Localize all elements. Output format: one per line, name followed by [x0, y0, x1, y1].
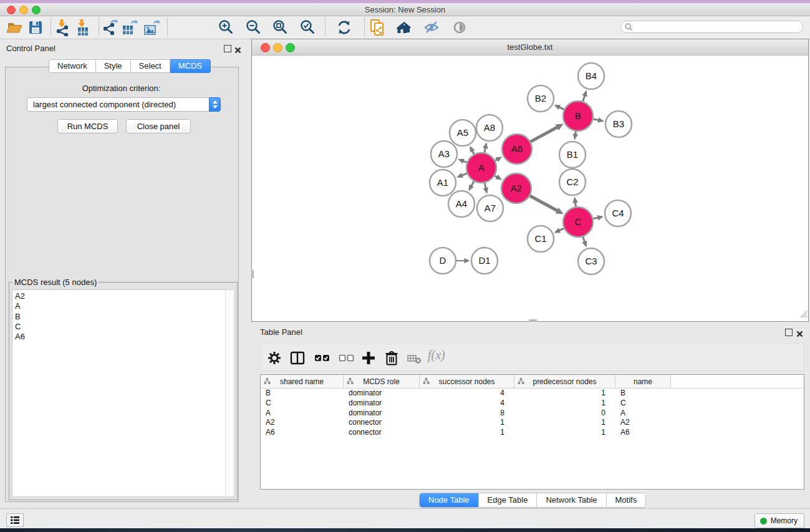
column-header-label: successor nodes	[438, 377, 494, 386]
delete-column-trash-icon[interactable]	[383, 350, 400, 366]
edge-arrowhead	[456, 173, 463, 178]
node-label: A6	[511, 143, 523, 154]
result-item[interactable]: B	[15, 312, 226, 322]
save-session-icon[interactable]	[27, 19, 44, 36]
edge-A-A7[interactable]	[485, 183, 486, 189]
table-row[interactable]: A6connector11A6	[261, 428, 804, 438]
clone-network-icon[interactable]	[369, 19, 386, 36]
edge-arrowhead	[465, 258, 470, 264]
table-row[interactable]: Bdominator41B	[261, 389, 804, 399]
table-row[interactable]: Cdominator41C	[261, 399, 804, 409]
table-row[interactable]: A2connector11A2	[261, 418, 804, 428]
add-column-icon[interactable]	[360, 350, 377, 366]
edge-arrowhead	[483, 142, 488, 149]
tab-select[interactable]: Select	[131, 59, 170, 73]
column-header-successor-nodes[interactable]: successor nodes	[420, 375, 514, 388]
dropdown-stepper-icon[interactable]	[209, 97, 221, 112]
column-header-shared-name[interactable]: shared name	[261, 375, 344, 388]
refresh-icon[interactable]	[335, 19, 353, 36]
list-icon	[10, 516, 20, 525]
edge-A2-C[interactable]	[529, 196, 557, 211]
task-history-button[interactable]	[6, 513, 24, 527]
result-list-scrollbar[interactable]	[225, 289, 234, 497]
select-all-checkboxes-icon[interactable]	[314, 350, 330, 366]
table-cell: A	[261, 409, 344, 418]
column-header-MCDS-role[interactable]: MCDS role	[344, 375, 420, 388]
edge-B-B3[interactable]	[593, 119, 599, 120]
resize-grip-icon[interactable]	[799, 309, 808, 321]
table-cell: 1	[514, 389, 615, 399]
close-panel-button[interactable]: Close panel	[126, 119, 191, 133]
run-mcds-button[interactable]: Run MCDS	[57, 119, 118, 133]
tab-motifs[interactable]: Motifs	[606, 493, 646, 507]
table-header-row: shared nameMCDS rolesuccessor nodesprede…	[261, 375, 804, 389]
tab-style[interactable]: Style	[96, 59, 131, 73]
edge-B-B2[interactable]	[559, 107, 565, 110]
table-row[interactable]: Adominator80A	[261, 409, 804, 418]
node-label: D	[440, 255, 446, 266]
tab-network[interactable]: Network	[49, 59, 96, 73]
edge-A-A1[interactable]	[461, 173, 467, 176]
network-window-titlebar[interactable]: testGlobe.txt	[252, 39, 808, 56]
table-tabs: Node TableEdge TableNetwork TableMotifs	[419, 493, 646, 508]
settings-gear-icon[interactable]	[266, 350, 282, 366]
open-file-icon[interactable]	[6, 19, 23, 36]
result-item[interactable]: A6	[15, 332, 226, 342]
zoom-in-icon[interactable]	[218, 19, 235, 36]
column-header-predecessor-nodes[interactable]: predecessor nodes	[514, 375, 615, 388]
tab-node-table[interactable]: Node Table	[420, 493, 478, 507]
table-panel-float-icon[interactable]	[785, 329, 793, 336]
edge-B-B4[interactable]	[583, 95, 585, 102]
edge-C-C4[interactable]	[592, 218, 598, 219]
table-panel-close-icon[interactable]	[796, 329, 803, 336]
import-network-icon[interactable]	[54, 19, 72, 36]
home-icon[interactable]	[395, 19, 413, 36]
memory-button[interactable]: Memory	[755, 513, 804, 528]
criterion-dropdown[interactable]: largest connected component (directed)	[27, 97, 221, 112]
control-panel-float-icon[interactable]	[224, 45, 231, 52]
main-titlebar[interactable]: Session: New Session	[0, 3, 810, 16]
import-table-icon[interactable]	[74, 19, 92, 36]
export-table-icon[interactable]	[121, 19, 138, 36]
network-canvas[interactable]: AA1A2A3A4A5A6A7A8BB1B2B3B4CC1C2C3C4DD1	[252, 56, 808, 321]
show-graphics-details-icon[interactable]	[451, 19, 468, 36]
column-header-label: predecessor nodes	[533, 377, 596, 386]
edge-arrowhead	[483, 187, 488, 194]
mcds-result-list[interactable]: A2ABCA6	[12, 289, 226, 497]
hide-graphics-details-icon[interactable]	[423, 19, 440, 36]
tab-network-table[interactable]: Network Table	[536, 493, 605, 507]
delete-table-icon[interactable]	[407, 350, 423, 366]
zoom-out-icon[interactable]	[245, 19, 263, 36]
edge-A6-B[interactable]	[530, 127, 557, 142]
edge-C-C1[interactable]	[559, 228, 565, 231]
export-network-icon[interactable]	[102, 19, 119, 36]
deselect-all-checkboxes-icon[interactable]	[339, 350, 355, 366]
tab-edge-table[interactable]: Edge Table	[478, 493, 537, 507]
search-field[interactable]	[620, 21, 803, 33]
node-label: C1	[534, 233, 546, 244]
result-item[interactable]: A	[15, 301, 226, 311]
toolbar-separator	[364, 18, 365, 37]
column-header-name[interactable]: name	[615, 375, 671, 388]
zoom-fit-icon[interactable]	[272, 19, 289, 36]
edge-A-A8[interactable]	[485, 148, 486, 153]
tab-mcds[interactable]: MCDS	[170, 59, 211, 73]
zoom-selected-icon[interactable]	[299, 19, 317, 36]
result-item[interactable]: C	[15, 322, 226, 332]
edge-C-C3[interactable]	[583, 236, 585, 242]
control-panel-close-icon[interactable]	[234, 45, 241, 52]
table-cell: C	[615, 399, 671, 409]
network-view-window: testGlobe.txt AA1A2A3A4A5A6A7A8BB1B2B3B4…	[251, 39, 809, 322]
edge-arrowhead	[458, 159, 465, 164]
table-cell: A6	[261, 428, 344, 438]
node-label: A7	[485, 203, 496, 213]
edge-A-A4[interactable]	[471, 181, 475, 186]
result-item[interactable]: A2	[15, 291, 226, 301]
search-input[interactable]	[635, 22, 803, 32]
memory-button-label: Memory	[771, 516, 798, 525]
export-image-icon[interactable]	[143, 19, 160, 36]
split-view-icon[interactable]	[289, 350, 306, 366]
function-builder-icon[interactable]: f(x)	[428, 348, 445, 362]
column-header-label: name	[634, 377, 652, 386]
table-cell: 4	[420, 389, 514, 399]
